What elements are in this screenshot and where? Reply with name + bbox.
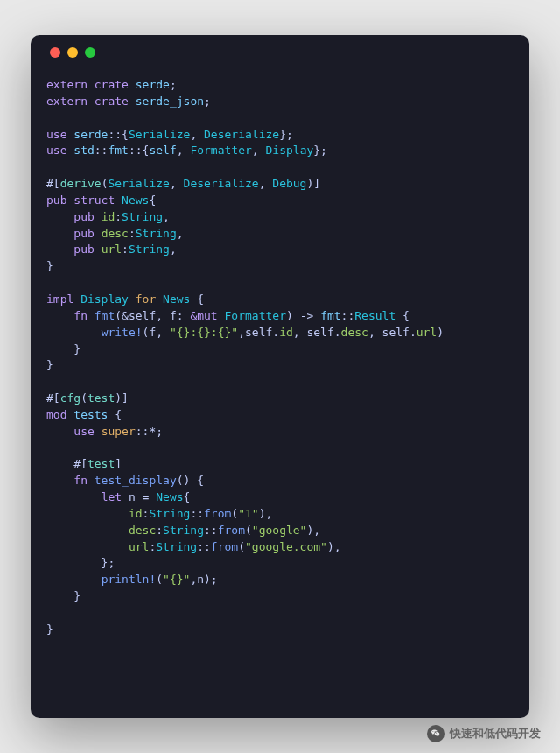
ty-serialize: Serialize xyxy=(108,177,169,190)
arg-f: f xyxy=(170,309,177,322)
ty-formatter: Formatter xyxy=(225,309,286,322)
path-self: self xyxy=(149,144,176,157)
str-google: "google" xyxy=(252,524,307,537)
kw-mut: &mut xyxy=(190,309,217,322)
crate-serde-json: serde_json xyxy=(136,95,204,108)
kw-pub: pub xyxy=(46,194,66,207)
kw-use: use xyxy=(46,128,66,141)
code-block: extern crate serde; extern crate serde_j… xyxy=(46,77,514,638)
kw-extern: extern xyxy=(46,78,88,91)
fn-from: from xyxy=(218,524,245,537)
path-fmt: fmt xyxy=(108,144,128,157)
arrow: -> xyxy=(300,309,314,322)
ty-string: String xyxy=(129,243,170,256)
kw-use: use xyxy=(46,144,66,157)
close-icon[interactable] xyxy=(50,47,60,58)
field-desc: desc xyxy=(102,227,129,240)
kw-pub: pub xyxy=(74,243,94,256)
kw-use: use xyxy=(74,425,94,438)
field-desc: desc xyxy=(129,524,156,537)
minimize-icon[interactable] xyxy=(67,47,78,58)
ty-news: News xyxy=(156,490,183,503)
ty-result: Result xyxy=(354,309,396,322)
ty-string: String xyxy=(136,227,177,240)
code-window: extern crate serde; extern crate serde_j… xyxy=(31,35,529,718)
fn-from: from xyxy=(204,507,231,520)
var-n: n xyxy=(129,490,136,503)
mod-tests: tests xyxy=(74,408,108,421)
str-google-com: "google.com" xyxy=(245,540,327,553)
kw-super: super xyxy=(102,425,136,438)
field-desc: desc xyxy=(341,326,368,339)
crate-serde: serde xyxy=(136,78,170,91)
var-self: self xyxy=(382,326,410,339)
var-self: self xyxy=(306,326,333,339)
kw-pub: pub xyxy=(74,210,94,223)
field-url: url xyxy=(416,326,437,339)
fn-fmt: fmt xyxy=(94,309,115,322)
kw-crate: crate xyxy=(94,78,129,91)
star: * xyxy=(149,425,156,438)
attr-test: test xyxy=(88,391,115,405)
kw-extern: extern xyxy=(46,95,88,108)
window-controls xyxy=(50,47,514,58)
ty-display: Display xyxy=(266,144,314,157)
arg-self: &self xyxy=(122,309,156,322)
path-fmt: fmt xyxy=(320,309,340,322)
fn-test-display: test_display xyxy=(94,474,177,487)
kw-crate: crate xyxy=(94,95,129,108)
ty-debug: Debug xyxy=(272,177,306,190)
ty-serialize: Serialize xyxy=(129,128,190,141)
attr-cfg: cfg xyxy=(60,391,80,405)
var-self: self xyxy=(245,326,272,339)
footer-attribution: 快速和低代码开发 xyxy=(427,725,541,742)
str-1: "1" xyxy=(238,507,258,520)
macro-write: write! xyxy=(102,326,143,339)
kw-fn: fn xyxy=(74,474,88,487)
ty-string: String xyxy=(156,540,197,553)
attr-test: test xyxy=(88,457,115,470)
fn-from: from xyxy=(211,540,238,553)
ty-string: String xyxy=(149,507,190,520)
macro-println: println! xyxy=(102,573,157,586)
str-format: "{}:{}:{}" xyxy=(170,326,238,339)
ty-display: Display xyxy=(80,292,129,306)
wechat-icon xyxy=(427,725,444,742)
kw-mod: mod xyxy=(46,408,66,421)
kw-pub: pub xyxy=(74,227,94,240)
kw-let: let xyxy=(102,490,122,503)
ty-news: News xyxy=(163,292,190,306)
path-std: std xyxy=(74,144,94,157)
str-brace: "{}" xyxy=(163,573,190,586)
zoom-icon[interactable] xyxy=(85,47,95,58)
field-id: id xyxy=(279,326,293,339)
ty-formatter: Formatter xyxy=(190,144,251,157)
kw-struct: struct xyxy=(74,194,115,207)
ty-deserialize: Deserialize xyxy=(204,128,279,141)
field-id: id xyxy=(129,507,143,520)
attr-derive: derive xyxy=(60,177,102,190)
path-serde: serde xyxy=(74,128,108,141)
ty-string: String xyxy=(122,210,163,223)
ty-news: News xyxy=(122,194,149,207)
field-id: id xyxy=(102,210,116,223)
ty-deserialize: Deserialize xyxy=(184,177,259,190)
footer-label: 快速和低代码开发 xyxy=(450,726,541,742)
kw-fn: fn xyxy=(74,309,88,322)
field-url: url xyxy=(102,243,122,256)
kw-for: for xyxy=(136,292,156,306)
field-url: url xyxy=(129,540,149,553)
kw-impl: impl xyxy=(46,292,74,306)
ty-string: String xyxy=(163,524,204,537)
